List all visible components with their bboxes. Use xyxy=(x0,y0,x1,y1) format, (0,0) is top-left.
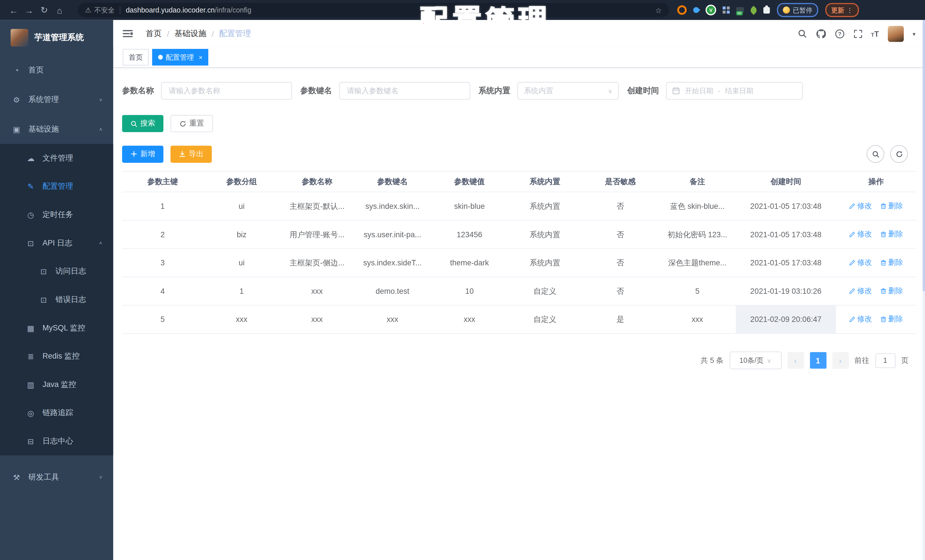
browser-menu-icon[interactable]: ⋮ xyxy=(847,6,853,14)
search-button[interactable]: 搜索 xyxy=(122,115,163,132)
sidebar-logo[interactable]: 芋道管理系统 xyxy=(0,20,113,56)
table-row[interactable]: 5 xxx xxx xxx xxx 自定义 是 xxx 2021-02-09 2… xyxy=(122,305,916,334)
sidebar-item-system[interactable]: 系统管理 ∨ xyxy=(0,85,113,114)
bookmark-star-icon[interactable]: ☆ xyxy=(655,6,662,15)
table-cell: xxx xyxy=(280,277,354,306)
page-size-select[interactable]: 10条/页 ∨ xyxy=(729,351,782,369)
browser-home-icon[interactable]: ⌂ xyxy=(52,2,67,18)
paused-label: 已暂停 xyxy=(793,6,812,15)
table-cell: xxx xyxy=(280,305,354,334)
export-button[interactable]: 导出 xyxy=(170,146,212,163)
edit-action[interactable]: 修改 xyxy=(849,258,872,268)
table-cell: skin-blue xyxy=(431,192,508,220)
close-icon[interactable]: × xyxy=(199,54,203,61)
sidebar-collapse-icon[interactable] xyxy=(123,30,133,38)
extensions-puzzle-icon[interactable] xyxy=(763,7,770,14)
table-actions: 修改 删除 xyxy=(836,277,916,306)
edit-action[interactable]: 修改 xyxy=(849,314,872,324)
extension-ring-icon[interactable] xyxy=(677,5,687,15)
sidebar-item-trace[interactable]: 链路追踪 xyxy=(0,399,113,427)
help-icon[interactable] xyxy=(835,29,844,39)
sidebar-item-error-log[interactable]: 错误日志 xyxy=(0,286,113,314)
browser-forward-icon[interactable]: → xyxy=(21,2,37,18)
edit-icon xyxy=(849,203,856,209)
delete-action[interactable]: 删除 xyxy=(880,230,903,239)
extension-pin-icon[interactable] xyxy=(692,6,700,14)
next-page-button[interactable]: › xyxy=(832,352,848,369)
search-icon[interactable] xyxy=(797,29,807,38)
screen: 配置管理 ← → ↻ ⌂ ⚠ 不安全 dashboard.yudao.iocod… xyxy=(0,0,925,560)
delete-action[interactable]: 删除 xyxy=(880,258,903,268)
table-cell: xxx xyxy=(659,305,736,334)
toggle-search-button[interactable] xyxy=(866,145,884,163)
extension-v-icon[interactable]: V xyxy=(706,5,716,15)
param-key-input[interactable] xyxy=(339,82,470,100)
log-icon xyxy=(39,267,48,275)
sidebar-item-api-log[interactable]: API 日志 ∧ xyxy=(0,229,113,257)
prev-page-button[interactable]: ‹ xyxy=(787,352,804,369)
avatar[interactable] xyxy=(888,26,904,42)
fullscreen-icon[interactable] xyxy=(853,29,862,38)
sidebar-item-home[interactable]: 首页 xyxy=(0,56,113,85)
browser-reload-icon[interactable]: ↻ xyxy=(37,2,52,18)
browser-update-button[interactable]: 更新 ⋮ xyxy=(825,3,859,17)
add-button[interactable]: 新增 xyxy=(122,146,163,163)
sidebar-item-label: 文件管理 xyxy=(42,153,73,163)
sidebar-item-file[interactable]: 文件管理 xyxy=(0,144,113,172)
breadcrumb-infra[interactable]: 基础设施 xyxy=(175,29,206,39)
extension-grid-icon[interactable] xyxy=(723,6,730,14)
scrollbar-thumb[interactable] xyxy=(923,20,925,292)
table-cell: 5 xyxy=(659,277,736,306)
sidebar-item-log-center[interactable]: 日志中心 xyxy=(0,427,113,455)
delete-action[interactable]: 删除 xyxy=(880,286,903,296)
builtin-select[interactable]: 系统内置 ∨ xyxy=(517,82,619,100)
log-center-icon xyxy=(26,437,35,446)
trash-icon xyxy=(880,259,887,266)
goto-page-input[interactable] xyxy=(875,353,895,368)
refresh-table-button[interactable] xyxy=(890,145,908,163)
sidebar-item-access-log[interactable]: 访问日志 xyxy=(0,257,113,286)
table-row[interactable]: 2 biz 用户管理-账号... sys.user.init-pa... 123… xyxy=(122,220,916,248)
extension-on-badge-icon[interactable]: on xyxy=(736,7,744,13)
not-secure-label: 不安全 xyxy=(94,6,115,15)
edit-action[interactable]: 修改 xyxy=(849,286,872,296)
plus-icon xyxy=(130,150,137,157)
sidebar-item-infra[interactable]: 基础设施 ∧ xyxy=(0,114,113,144)
extension-leaf-icon[interactable] xyxy=(749,5,758,15)
sidebar-item-job[interactable]: 定时任务 xyxy=(0,200,113,229)
edit-action[interactable]: 修改 xyxy=(849,230,872,239)
sidebar-item-java[interactable]: Java 监控 xyxy=(0,370,113,399)
sidebar-item-config[interactable]: 配置管理 xyxy=(0,172,113,200)
github-icon[interactable] xyxy=(816,29,826,39)
table-cell: ui xyxy=(203,192,280,220)
sidebar-item-devtools[interactable]: 研发工具 ∨ xyxy=(0,462,113,492)
edit-action[interactable]: 修改 xyxy=(849,201,872,211)
reset-button[interactable]: 重置 xyxy=(170,115,213,132)
font-size-icon[interactable]: TT xyxy=(871,29,879,38)
current-page-button[interactable]: 1 xyxy=(810,352,826,369)
table-cell: 2021-01-19 03:10:26 xyxy=(736,277,836,306)
sidebar-item-redis[interactable]: Redis 监控 xyxy=(0,342,113,370)
browser-back-icon[interactable]: ← xyxy=(6,2,21,18)
param-name-input[interactable] xyxy=(161,82,292,100)
paused-button[interactable]: 已暂停 xyxy=(777,3,818,17)
delete-action[interactable]: 删除 xyxy=(880,201,903,211)
tab-label: 首页 xyxy=(129,52,143,62)
table-toolbar: 新增 导出 xyxy=(122,145,916,163)
tab-config-active[interactable]: 配置管理 × xyxy=(152,49,209,65)
reset-button-label: 重置 xyxy=(189,119,204,128)
column-header: 操作 xyxy=(836,171,916,192)
table-cell: 系统内置 xyxy=(508,248,582,277)
table-row[interactable]: 3 ui 主框架页-侧边... sys.index.sideT... theme… xyxy=(122,248,916,277)
page-scrollbar[interactable] xyxy=(923,20,925,560)
table-cell: 深色主题theme... xyxy=(659,248,736,277)
address-bar[interactable]: ⚠ 不安全 dashboard.yudao.iocoder.cn /infra/… xyxy=(78,3,669,17)
breadcrumb-home[interactable]: 首页 xyxy=(146,29,162,39)
table-row[interactable]: 1 ui 主框架页-默认... sys.index.skin... skin-b… xyxy=(122,192,916,220)
sidebar-item-mysql[interactable]: MySQL 监控 xyxy=(0,314,113,342)
tab-home[interactable]: 首页 xyxy=(123,49,149,65)
date-range-picker[interactable]: 开始日期 - 结束日期 xyxy=(666,82,803,100)
delete-action[interactable]: 删除 xyxy=(880,314,903,324)
avatar-dropdown-caret-icon[interactable]: ▾ xyxy=(913,30,915,37)
table-row[interactable]: 4 1 xxx demo.test 10 自定义 否 5 2021-01-19 … xyxy=(122,277,916,306)
